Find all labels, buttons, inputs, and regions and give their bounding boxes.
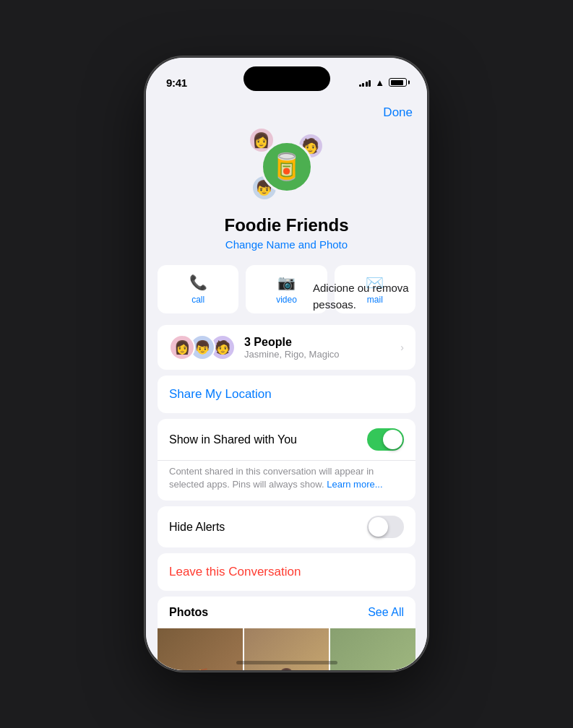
shared-with-you-card: Show in Shared with You Content shared i… [158, 419, 415, 500]
hide-alerts-row: Hide Alerts [158, 506, 415, 547]
signal-icon [359, 78, 371, 87]
hide-alerts-knob [369, 517, 388, 537]
video-icon: 📷 [277, 274, 296, 291]
see-all-button[interactable]: See All [368, 606, 404, 619]
shared-with-you-description: Content shared in this conversation will… [158, 460, 415, 500]
photo-thumb-1: 🍜 [158, 628, 243, 670]
avatar-cluster: 🥫 👩 👦 🧑 [247, 127, 327, 207]
people-row[interactable]: 👩 👦 🧑 3 People Jasmine, Rigo, Magico › [158, 325, 415, 370]
shared-with-you-toggle[interactable] [367, 428, 404, 451]
modal-header: Done [158, 97, 415, 120]
share-location-card[interactable]: Share My Location [158, 376, 415, 413]
group-name: Foodie Friends [224, 215, 348, 235]
photo-thumb-3 [330, 628, 415, 670]
group-emoji: 🥫 [270, 152, 303, 182]
hide-alerts-label: Hide Alerts [169, 521, 225, 534]
member-thumb-1: 👩 [169, 334, 195, 360]
hide-alerts-toggle[interactable] [367, 516, 404, 538]
learn-more-link[interactable]: Learn more... [327, 479, 382, 490]
change-name-link[interactable]: Change Name and Photo [225, 238, 348, 251]
battery-icon [389, 78, 407, 87]
home-indicator [236, 661, 337, 664]
photos-section: Photos See All 🍜 👩 [158, 597, 415, 670]
annotation-text: Adicione ou remova pessoas. [313, 280, 436, 313]
status-time: 9:41 [166, 77, 187, 89]
avatar-main: 🥫 [261, 141, 313, 193]
people-avatars: 👩 👦 🧑 [169, 334, 236, 360]
people-count: 3 People [244, 336, 400, 349]
people-info: 3 People Jasmine, Rigo, Magico [244, 336, 400, 360]
shared-with-you-row: Show in Shared with You [158, 419, 415, 460]
status-icons: ▲ [359, 77, 407, 88]
photos-title: Photos [169, 606, 208, 619]
leave-conversation-card[interactable]: Leave this Conversation [158, 553, 415, 591]
call-button[interactable]: 📞 call [158, 265, 238, 313]
wifi-icon: ▲ [375, 77, 384, 88]
people-card: 👩 👦 🧑 3 People Jasmine, Rigo, Magico › [158, 325, 415, 370]
people-names: Jasmine, Rigo, Magico [244, 349, 400, 360]
call-icon: 📞 [189, 274, 207, 291]
description-text: Content shared in this conversation will… [169, 465, 404, 491]
toggle-knob [383, 430, 402, 449]
hide-alerts-card: Hide Alerts [158, 506, 415, 547]
annotation: Adicione ou remova pessoas. [313, 280, 436, 313]
call-label: call [191, 295, 204, 305]
video-label: video [276, 295, 297, 305]
done-button[interactable]: Done [383, 105, 413, 120]
shared-with-you-label: Show in Shared with You [169, 433, 297, 446]
leave-conversation-text: Leave this Conversation [169, 565, 301, 578]
share-location-text: Share My Location [169, 387, 272, 401]
group-info-section: 🥫 👩 👦 🧑 Foodie Friends Change Na [158, 120, 415, 265]
chevron-right-icon: › [400, 342, 404, 353]
photos-header: Photos See All [158, 597, 415, 628]
dynamic-island [244, 66, 330, 91]
